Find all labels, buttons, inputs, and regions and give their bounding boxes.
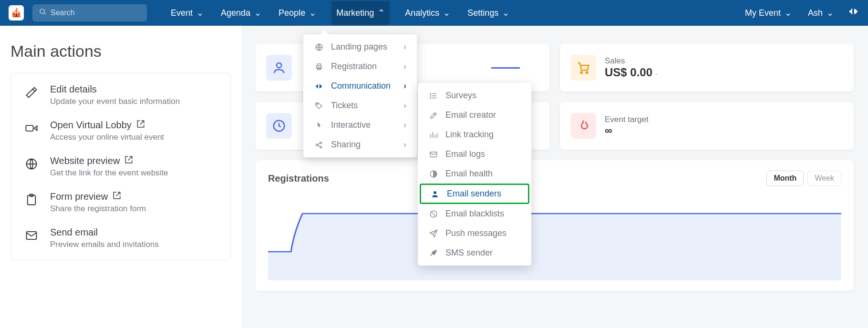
nav-agenda[interactable]: Agenda⌄ <box>219 1 263 25</box>
stat-value: US$ 0.00 <box>605 66 652 79</box>
submenu-sms-sender[interactable]: SMS sender <box>418 243 531 263</box>
submenu-link-tracking[interactable]: Link tracking <box>418 125 531 144</box>
action-desc: Get the link for the event website <box>50 168 168 178</box>
chevron-down-icon: ⌄ <box>254 8 261 18</box>
nav-label: People <box>279 8 305 18</box>
submenu-email-blacklists[interactable]: Email blacklists <box>418 204 531 224</box>
svg-rect-2 <box>26 125 33 131</box>
chevron-down-icon: ⌄ <box>443 8 450 18</box>
menu-label: Surveys <box>445 91 476 101</box>
globe-icon <box>23 155 40 171</box>
nav-label: Ash <box>808 8 823 18</box>
search-box[interactable] <box>32 4 147 21</box>
action-website-preview[interactable]: Website preview Get the link for the eve… <box>23 155 218 178</box>
action-virtual-lobby[interactable]: Open Virtual Lobby Access your online vi… <box>23 120 218 142</box>
action-title: Form preview <box>50 191 108 202</box>
announcements-icon[interactable] <box>848 6 859 20</box>
menu-landing-pages[interactable]: Landing pages › <box>303 37 417 57</box>
menu-communication[interactable]: Communication › <box>303 76 417 96</box>
svg-point-0 <box>40 9 44 13</box>
clipboard-icon <box>23 191 40 206</box>
chevron-down-icon: ⌄ <box>502 8 509 18</box>
menu-label: Email senders <box>447 189 501 199</box>
menu-label: Landing pages <box>331 42 387 52</box>
nav-user[interactable]: Ash⌄ <box>806 1 836 25</box>
submenu-email-creator[interactable]: Email creator <box>418 105 531 125</box>
svg-point-26 <box>434 191 436 194</box>
action-text: Open Virtual Lobby Access your online vi… <box>50 120 164 142</box>
chevron-right-icon: › <box>403 140 406 150</box>
chevron-down-icon: ⌄ <box>196 8 204 18</box>
printer-icon <box>314 62 324 71</box>
nav-event[interactable]: Event⌄ <box>169 1 206 25</box>
stat-card-sales[interactable]: Sales US$ 0.00 - <box>560 44 854 92</box>
svg-rect-6 <box>27 232 37 239</box>
contrast-icon <box>428 170 439 178</box>
edit-icon <box>428 111 439 120</box>
action-desc: Preview emails and invitations <box>50 240 159 249</box>
envelope-icon <box>428 150 439 159</box>
svg-point-14 <box>317 103 318 104</box>
left-panel: Main actions Edit details Update your ev… <box>0 26 241 328</box>
nav-label: My Event <box>745 8 781 18</box>
stat-card-target[interactable]: Event target ∞ <box>560 102 854 150</box>
menu-label: Email logs <box>445 149 485 159</box>
nav-my-event[interactable]: My Event⌄ <box>743 1 794 25</box>
chart-icon <box>428 131 439 139</box>
submenu-push-messages[interactable]: Push messages <box>418 224 531 243</box>
action-form-preview[interactable]: Form preview Share the registration form <box>23 191 218 214</box>
pencil-icon <box>23 84 40 99</box>
submenu-email-logs[interactable]: Email logs <box>418 144 531 164</box>
toggle-week[interactable]: Week <box>807 171 841 186</box>
list-icon <box>428 92 439 100</box>
menu-registration[interactable]: Registration › <box>303 57 417 76</box>
dropdown-arrow <box>320 30 329 35</box>
menu-label: Tickets <box>331 101 358 111</box>
menu-label: SMS sender <box>445 248 493 258</box>
external-link-icon <box>113 191 121 202</box>
action-edit-details[interactable]: Edit details Update your event basic inf… <box>23 84 218 106</box>
main-actions-title: Main actions <box>10 42 231 61</box>
nav-settings[interactable]: Settings⌄ <box>465 1 511 25</box>
menu-label: Push messages <box>445 228 506 238</box>
nav-people[interactable]: People⌄ <box>277 1 318 25</box>
nav-analytics[interactable]: Analytics⌄ <box>403 1 452 25</box>
nav-label: Analytics <box>405 8 439 18</box>
action-send-email[interactable]: Send email Preview emails and invitation… <box>23 227 218 249</box>
toggle-month[interactable]: Month <box>766 171 804 186</box>
action-text: Edit details Update your event basic inf… <box>50 84 180 106</box>
nav-marketing[interactable]: Marketing⌃ <box>331 1 390 25</box>
svg-point-8 <box>580 72 582 73</box>
search-input[interactable] <box>51 9 140 17</box>
svg-point-7 <box>277 63 281 68</box>
chevron-right-icon: › <box>403 101 406 111</box>
submenu-surveys[interactable]: Surveys <box>418 86 531 105</box>
nav-label: Agenda <box>221 8 250 18</box>
cart-icon <box>570 55 596 81</box>
svg-point-22 <box>430 95 431 96</box>
nav-label: Marketing <box>336 8 374 18</box>
action-title: Open Virtual Lobby <box>50 120 132 131</box>
menu-label: Email creator <box>445 110 496 120</box>
nav-label: Event <box>171 8 193 18</box>
chart-card: Registrations Month Week <box>256 160 854 291</box>
menu-interactive[interactable]: Interactive › <box>303 115 417 135</box>
menu-tickets[interactable]: Tickets › <box>303 96 417 115</box>
rocket-icon <box>428 249 439 257</box>
chevron-right-icon: › <box>403 120 406 130</box>
chart-toggle: Month Week <box>766 171 841 186</box>
person-icon <box>430 190 440 198</box>
submenu-email-health[interactable]: Email health <box>418 164 531 184</box>
nav-right: My Event⌄ Ash⌄ <box>743 1 859 25</box>
chevron-right-icon: › <box>403 81 406 91</box>
svg-line-1 <box>44 13 45 14</box>
app-logo[interactable]: 🎪 <box>9 5 24 20</box>
action-text: Website preview Get the link for the eve… <box>50 155 168 178</box>
nav-label: Settings <box>467 8 498 18</box>
chart-head: Registrations Month Week <box>268 171 841 186</box>
submenu-email-senders[interactable]: Email senders <box>420 184 529 204</box>
menu-sharing[interactable]: Sharing › <box>303 135 417 154</box>
svg-point-23 <box>430 97 431 98</box>
paper-plane-icon <box>428 229 439 238</box>
flame-icon <box>570 113 596 139</box>
